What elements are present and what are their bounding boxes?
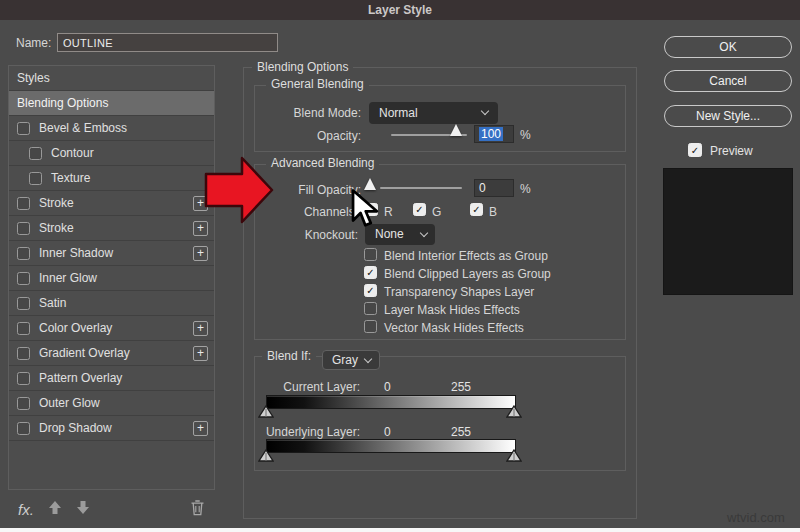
checkbox-icon[interactable] [29,147,42,160]
name-label: Name: [16,36,51,50]
underlying-layer-min: 0 [384,425,391,439]
mouse-cursor-icon [351,189,381,236]
current-layer-right-slider[interactable] [506,405,522,418]
channel-g-checkbox[interactable]: ✓ [413,203,426,216]
underlying-layer-max: 255 [451,425,471,439]
current-layer-left-slider[interactable] [258,405,274,418]
underlying-layer-gradient-bar[interactable] [266,439,516,453]
sidebar-item-stroke-1[interactable]: Stroke + [9,191,214,216]
blend-if-dropdown[interactable]: Gray [322,350,380,370]
advanced-blending-title: Advanced Blending [266,156,379,170]
dialog-title: Layer Style [368,3,432,17]
checkbox-icon[interactable] [17,272,30,285]
channel-b-checkbox[interactable]: ✓ [470,203,483,216]
preview-label: Preview [710,144,753,158]
move-up-icon[interactable] [48,500,62,518]
sidebar-item-pattern-overlay[interactable]: Pattern Overlay [9,366,214,391]
blend-clipped-label: Blend Clipped Layers as Group [384,267,551,281]
fill-opacity-unit: % [520,182,531,196]
checkbox-icon[interactable] [17,222,30,235]
sidebar-item-contour[interactable]: Contour [9,141,214,166]
add-effect-plus-icon[interactable]: + [193,246,208,261]
sidebar-item-drop-shadow[interactable]: Drop Shadow + [9,416,214,441]
watermark: wtvid.com [727,510,785,525]
vector-mask-hides-label: Vector Mask Hides Effects [384,321,524,335]
sidebar-item-stroke-2[interactable]: Stroke + [9,216,214,241]
checkbox-icon[interactable] [17,347,30,360]
underlying-layer-right-slider[interactable] [506,449,522,462]
checkbox-icon[interactable] [17,422,30,435]
transparency-shapes-label: Transparency Shapes Layer [384,285,534,299]
checkbox-icon[interactable] [17,247,30,260]
layer-mask-hides-checkbox[interactable] [364,302,377,315]
layer-style-dialog: Layer Style Name: Styles Blending Option… [0,0,800,532]
sidebar-item-styles[interactable]: Styles [9,66,214,91]
checkbox-icon[interactable] [17,122,30,135]
fx-icon[interactable]: fx. [18,501,34,518]
add-effect-plus-icon[interactable]: + [193,346,208,361]
opacity-unit: % [520,128,531,142]
current-layer-label: Current Layer: [244,380,360,394]
sidebar-item-inner-shadow[interactable]: Inner Shadow + [9,241,214,266]
current-layer-min: 0 [384,380,391,394]
underlying-layer-label: Underlying Layer: [244,425,360,439]
sidebar-item-texture[interactable]: Texture [9,166,214,191]
add-effect-plus-icon[interactable]: + [193,421,208,436]
preview-checkbox[interactable]: ✓ [688,143,702,157]
sidebar-item-blending-options[interactable]: Blending Options [9,91,214,116]
sidebar-item-gradient-overlay[interactable]: Gradient Overlay + [9,341,214,366]
sidebar-footer: fx. [8,496,215,522]
blend-mode-label: Blend Mode: [244,106,361,120]
general-blending-title: General Blending [266,77,369,91]
bottom-edge [0,528,800,532]
blend-mode-dropdown[interactable]: Normal [369,102,498,124]
chevron-down-icon [481,107,489,115]
blend-if-group [254,356,626,471]
blend-interior-label: Blend Interior Effects as Group [384,249,548,263]
opacity-label: Opacity: [244,129,361,143]
blend-clipped-checkbox[interactable]: ✓ [364,266,377,279]
fill-opacity-input[interactable]: 0 [474,179,514,197]
move-down-icon[interactable] [76,500,90,518]
blending-options-panel: Blending Options General Blending Blend … [243,67,637,519]
styles-sidebar: Styles Blending Options Bevel & Emboss C… [8,65,215,490]
chevron-down-icon [420,229,428,237]
checkbox-icon[interactable] [17,372,30,385]
cancel-button[interactable]: Cancel [664,70,792,92]
chevron-down-icon [364,355,372,363]
add-effect-plus-icon[interactable]: + [193,321,208,336]
current-layer-max: 255 [451,380,471,394]
transparency-shapes-checkbox[interactable]: ✓ [364,284,377,297]
checkbox-icon[interactable] [29,172,42,185]
blend-interior-checkbox[interactable] [364,248,377,261]
ok-button[interactable]: OK [664,36,792,58]
current-layer-gradient-bar[interactable] [266,395,516,409]
sidebar-item-outer-glow[interactable]: Outer Glow [9,391,214,416]
vector-mask-hides-checkbox[interactable] [364,320,377,333]
style-name-input[interactable] [57,33,278,52]
channel-g-label: G [432,205,441,219]
trash-icon[interactable] [190,499,205,519]
fill-opacity-slider-track[interactable] [380,187,462,189]
sidebar-item-color-overlay[interactable]: Color Overlay + [9,316,214,341]
sidebar-item-inner-glow[interactable]: Inner Glow [9,266,214,291]
checkbox-icon[interactable] [17,297,30,310]
sidebar-item-bevel-emboss[interactable]: Bevel & Emboss [9,116,214,141]
panel-title: Blending Options [252,60,353,74]
layer-mask-hides-label: Layer Mask Hides Effects [384,303,520,317]
checkbox-icon[interactable] [17,197,30,210]
titlebar[interactable]: Layer Style [0,0,800,20]
underlying-layer-left-slider[interactable] [258,449,274,462]
blend-if-label: Blend If: [262,349,316,363]
opacity-slider-thumb[interactable] [450,124,462,136]
preview-swatch [663,168,793,295]
checkbox-icon[interactable] [17,322,30,335]
red-arrow-annotation [204,152,276,231]
channel-b-label: B [489,205,497,219]
sidebar-item-satin[interactable]: Satin [9,291,214,316]
checkbox-icon[interactable] [17,397,30,410]
channel-r-label: R [384,205,393,219]
opacity-input[interactable]: 100 [474,125,514,143]
new-style-button[interactable]: New Style... [664,105,792,127]
